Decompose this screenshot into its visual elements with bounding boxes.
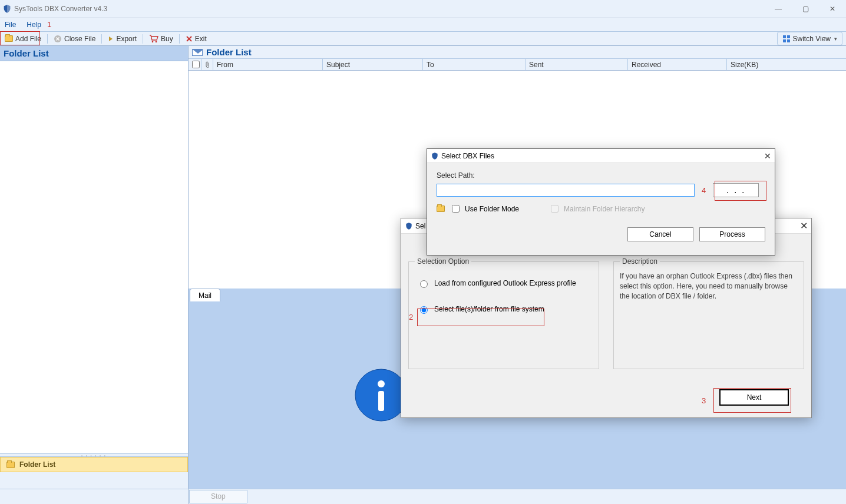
svg-point-1 bbox=[152, 41, 154, 42]
toolbar-export-label: Export bbox=[116, 35, 137, 43]
tab-mail[interactable]: Mail bbox=[190, 289, 220, 302]
toolbar-buy-label: Buy bbox=[161, 35, 173, 43]
menu-help[interactable]: Help bbox=[27, 21, 41, 29]
col-received[interactable]: Received bbox=[628, 59, 727, 70]
statusbar: Stop bbox=[0, 489, 846, 504]
folder-open-icon bbox=[5, 35, 13, 42]
use-folder-mode-option[interactable]: Use Folder Mode bbox=[450, 203, 519, 214]
menubar: File Help 1 bbox=[0, 18, 846, 32]
maintain-hierarchy-label: Maintain Folder Hierarchy bbox=[564, 205, 645, 213]
process-button[interactable]: Process bbox=[699, 227, 765, 241]
window-close-button[interactable]: ✕ bbox=[819, 0, 846, 18]
toolbar-add-file[interactable]: Add File bbox=[0, 32, 46, 45]
folder-mode-icon bbox=[437, 205, 445, 212]
mail-grid-header: From Subject To Sent Received Size(KB) bbox=[189, 59, 846, 71]
svg-rect-4 bbox=[787, 35, 790, 38]
radio-select-files-input[interactable] bbox=[420, 306, 428, 314]
toolbar-add-file-label: Add File bbox=[15, 35, 41, 43]
select-dialog-titlebar[interactable]: Select DBX Files ✕ bbox=[427, 149, 775, 163]
wizard-title: Sel bbox=[415, 222, 425, 230]
envelope-icon bbox=[192, 49, 203, 56]
svg-rect-6 bbox=[787, 39, 790, 42]
col-from[interactable]: From bbox=[213, 59, 323, 70]
cart-icon bbox=[149, 35, 158, 43]
radio-load-profile[interactable]: Load from configured Outlook Express pro… bbox=[417, 278, 590, 288]
col-checkbox[interactable] bbox=[189, 59, 201, 70]
svg-rect-5 bbox=[783, 39, 786, 42]
toolbar-exit-label: Exit bbox=[195, 35, 207, 43]
export-icon bbox=[108, 36, 114, 42]
chevron-down-icon: ▾ bbox=[834, 36, 837, 42]
use-folder-mode-checkbox[interactable] bbox=[452, 205, 460, 213]
app-icon-small bbox=[405, 222, 413, 230]
description-text: If you have an orphan Outlook Express (.… bbox=[620, 271, 798, 301]
radio-load-profile-label: Load from configured Outlook Express pro… bbox=[434, 279, 576, 287]
toolbar-buy[interactable]: Buy bbox=[144, 32, 178, 45]
cancel-button[interactable]: Cancel bbox=[627, 227, 693, 241]
col-to[interactable]: To bbox=[423, 59, 526, 70]
radio-select-files[interactable]: Select file(s)/folder from file system bbox=[417, 304, 590, 314]
description-group: Description If you have an orphan Outloo… bbox=[613, 257, 804, 369]
col-sent[interactable]: Sent bbox=[526, 59, 628, 70]
toolbar-close-file-label: Close File bbox=[64, 35, 95, 43]
sidebar: Folder List • • • • • • Folder List bbox=[0, 46, 189, 489]
annotation-3: 3 bbox=[702, 396, 706, 405]
description-legend: Description bbox=[620, 257, 660, 266]
radio-select-files-label: Select file(s)/folder from file system bbox=[434, 305, 544, 313]
radio-load-profile-input[interactable] bbox=[420, 280, 428, 288]
folder-tree[interactable] bbox=[0, 61, 188, 453]
toolbar: Add File Close File Export Buy Exit Swit… bbox=[0, 32, 846, 46]
annotation-2: 2 bbox=[409, 313, 413, 321]
app-icon-small-2 bbox=[431, 152, 439, 160]
stop-button: Stop bbox=[189, 490, 247, 503]
maintain-hierarchy-option: Maintain Folder Hierarchy bbox=[548, 203, 645, 214]
toolbar-switch-view[interactable]: Switch View ▾ bbox=[777, 32, 842, 45]
select-path-label: Select Path: bbox=[437, 171, 765, 180]
select-dialog-title: Select DBX Files bbox=[441, 152, 494, 160]
menu-file[interactable]: File bbox=[5, 21, 16, 29]
paperclip-icon bbox=[205, 61, 209, 68]
sidebar-title: Folder List bbox=[0, 46, 188, 61]
toolbar-close-file[interactable]: Close File bbox=[49, 32, 100, 45]
select-dbx-dialog: Select DBX Files ✕ Select Path: 4 . . . bbox=[427, 148, 775, 256]
annotation-1: 1 bbox=[47, 20, 51, 29]
path-input[interactable] bbox=[437, 184, 695, 197]
app-title: SysTools DBX Converter v4.3 bbox=[14, 5, 107, 13]
wizard-close-button[interactable]: ✕ bbox=[800, 220, 808, 231]
mail-grid-body: Mail No Preview Available Sel ✕ Selectio… bbox=[189, 71, 846, 489]
folder-icon bbox=[6, 462, 15, 468]
wizard-next-button[interactable]: Next bbox=[719, 389, 789, 406]
col-subject[interactable]: Subject bbox=[323, 59, 423, 70]
mail-tabs: Mail bbox=[189, 289, 220, 302]
window-titlebar: SysTools DBX Converter v4.3 — ▢ ✕ bbox=[0, 0, 846, 18]
toolbar-switch-view-label: Switch View bbox=[793, 35, 831, 43]
col-size[interactable]: Size(KB) bbox=[727, 59, 846, 70]
selection-legend: Selection Option bbox=[415, 257, 471, 266]
toolbar-export[interactable]: Export bbox=[103, 32, 141, 45]
svg-rect-10 bbox=[378, 391, 384, 411]
select-dialog-close-button[interactable]: ✕ bbox=[764, 151, 771, 161]
window-maximize-button[interactable]: ▢ bbox=[792, 0, 819, 18]
toolbar-exit[interactable]: Exit bbox=[181, 32, 212, 45]
svg-rect-3 bbox=[783, 35, 786, 38]
close-file-icon bbox=[54, 35, 62, 43]
annotation-4: 4 bbox=[702, 186, 706, 195]
svg-point-9 bbox=[378, 380, 385, 387]
content-header: Folder List bbox=[189, 46, 846, 59]
browse-button[interactable]: . . . bbox=[713, 183, 759, 197]
use-folder-mode-label: Use Folder Mode bbox=[465, 205, 519, 213]
maintain-hierarchy-checkbox bbox=[551, 205, 559, 213]
window-minimize-button[interactable]: — bbox=[765, 0, 792, 18]
info-icon bbox=[355, 369, 408, 422]
content-title: Folder List bbox=[206, 47, 252, 57]
sidebar-nav-label: Folder List bbox=[19, 460, 55, 469]
col-attachment[interactable] bbox=[201, 59, 213, 70]
app-icon bbox=[2, 4, 12, 14]
svg-point-2 bbox=[156, 41, 157, 42]
switch-view-icon bbox=[782, 35, 791, 43]
content-area: Folder List From Subject To Sent Receive… bbox=[189, 46, 846, 489]
select-all-checkbox[interactable] bbox=[192, 61, 200, 68]
sidebar-nav-folder-list[interactable]: Folder List bbox=[0, 457, 188, 472]
exit-icon bbox=[186, 35, 193, 42]
selection-option-group: Selection Option Load from configured Ou… bbox=[408, 257, 599, 369]
